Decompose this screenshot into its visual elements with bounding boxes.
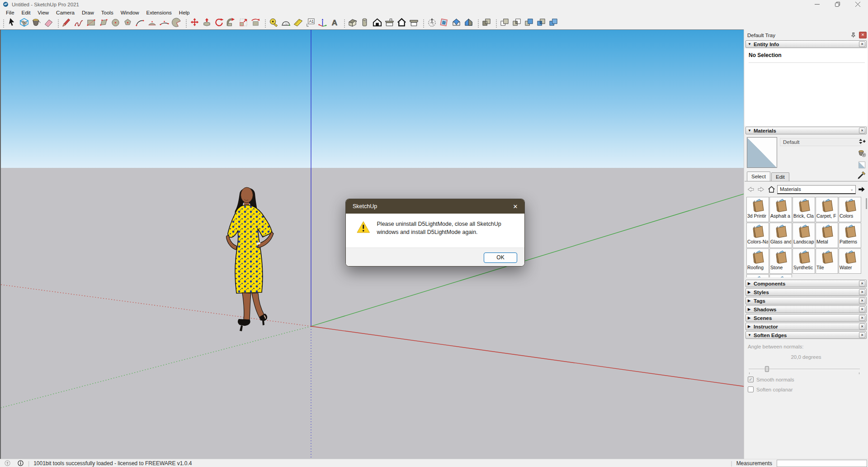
close-button[interactable] xyxy=(848,0,868,9)
tool-eraser[interactable] xyxy=(42,17,55,29)
section-close-icon[interactable]: ✕ xyxy=(859,332,865,338)
toolbar-grip[interactable] xyxy=(264,19,266,28)
tool-rectangle[interactable] xyxy=(85,17,97,29)
material-category[interactable]: Synthetic xyxy=(793,248,815,274)
section-close-icon[interactable]: ✕ xyxy=(859,324,865,329)
measurements-input[interactable] xyxy=(777,460,867,467)
tool-axes[interactable] xyxy=(316,17,329,29)
section-close-icon[interactable]: ✕ xyxy=(859,289,865,295)
tool-house-front[interactable] xyxy=(371,17,383,29)
section-close-icon[interactable]: ✕ xyxy=(859,315,865,321)
section-scenes[interactable]: ▶Scenes✕ xyxy=(745,314,867,322)
material-category[interactable]: Water xyxy=(839,248,861,274)
tool-house-3d[interactable] xyxy=(347,17,359,29)
slider-thumb[interactable] xyxy=(765,366,769,372)
tool-paint-bucket[interactable] xyxy=(30,17,42,29)
section-soften-edges[interactable]: ▼ Soften Edges ✕ xyxy=(745,331,867,339)
tool-solid-subtract[interactable] xyxy=(511,17,523,29)
tool-scale[interactable] xyxy=(237,17,250,29)
tool-flat-roof[interactable] xyxy=(383,17,396,29)
tool-house-outline[interactable] xyxy=(396,17,408,29)
tool-two-point-arc[interactable] xyxy=(146,17,158,29)
secondary-pane-icon[interactable] xyxy=(858,137,866,146)
menu-help[interactable]: Help xyxy=(175,10,193,16)
tool-freehand[interactable] xyxy=(73,17,85,29)
forward-icon[interactable] xyxy=(756,185,766,194)
section-entity-info[interactable]: ▼ Entity Info ✕ xyxy=(745,40,867,48)
toolbar-grip[interactable] xyxy=(185,19,187,28)
tool-dimension[interactable] xyxy=(292,17,304,29)
material-preview[interactable] xyxy=(747,137,777,168)
menu-tools[interactable]: Tools xyxy=(98,10,117,16)
material-category[interactable]: Brick, Cla xyxy=(793,197,815,222)
tool-section-cuts[interactable] xyxy=(450,17,462,29)
material-name-field[interactable]: Default xyxy=(780,138,861,146)
tool-push-pull[interactable] xyxy=(201,17,213,29)
create-material-icon[interactable] xyxy=(858,149,866,157)
toolbar-grip[interactable] xyxy=(343,19,345,28)
menu-edit[interactable]: Edit xyxy=(18,10,34,16)
section-close-icon[interactable]: ✕ xyxy=(859,128,865,133)
tool-solar-north[interactable] xyxy=(426,17,438,29)
back-icon[interactable] xyxy=(746,185,755,194)
grid-scrollbar[interactable] xyxy=(866,198,867,209)
info-icon[interactable] xyxy=(17,460,24,467)
material-category[interactable]: Colors xyxy=(839,197,861,222)
tool-text[interactable]: A1 xyxy=(304,17,316,29)
dialog-titlebar[interactable]: SketchUp ✕ xyxy=(346,199,524,214)
material-category[interactable]: Patterns xyxy=(839,223,861,248)
angle-slider[interactable] xyxy=(749,366,863,372)
tool-3d-text[interactable]: A xyxy=(329,17,341,29)
section-tags[interactable]: ▶Tags✕ xyxy=(745,297,867,305)
tab-edit[interactable]: Edit xyxy=(771,172,789,181)
toolbar-grip[interactable] xyxy=(57,19,59,28)
tool-arc[interactable] xyxy=(134,17,146,29)
ok-button[interactable]: OK xyxy=(484,253,517,263)
menu-window[interactable]: Window xyxy=(117,10,143,16)
tool-offset[interactable] xyxy=(250,17,262,29)
material-category[interactable]: Roofing xyxy=(746,248,769,274)
details-arrow-icon[interactable] xyxy=(857,185,866,194)
pin-icon[interactable] xyxy=(849,32,857,38)
tool-line[interactable] xyxy=(61,17,73,29)
toolbar-grip[interactable] xyxy=(477,19,479,28)
tool-move[interactable] xyxy=(189,17,201,29)
smooth-normals-checkbox[interactable]: ✓ xyxy=(748,376,754,382)
tool-select[interactable] xyxy=(6,17,18,29)
material-category[interactable]: Metal xyxy=(816,223,838,248)
material-category[interactable] xyxy=(769,274,792,277)
tool-make-component[interactable] xyxy=(18,17,30,29)
tool-pie[interactable] xyxy=(170,17,183,29)
material-category[interactable]: Stone xyxy=(769,248,792,274)
material-category[interactable]: Carpet, F xyxy=(816,197,838,222)
material-category[interactable]: Colors-Na xyxy=(746,223,769,248)
material-category[interactable]: 3d Printir xyxy=(746,197,769,222)
section-styles[interactable]: ▶Styles✕ xyxy=(745,288,867,296)
tool-section-fill[interactable] xyxy=(462,17,475,29)
tool-three-point-arc[interactable] xyxy=(158,17,170,29)
menu-camera[interactable]: Camera xyxy=(52,10,78,16)
tool-solid-split[interactable] xyxy=(547,17,560,29)
materials-collection-dropdown[interactable]: Materials ⌄ xyxy=(777,185,856,194)
tool-protractor[interactable] xyxy=(280,17,292,29)
section-close-icon[interactable]: ✕ xyxy=(859,281,865,286)
sample-paint-icon[interactable] xyxy=(857,171,866,180)
menu-extensions[interactable]: Extensions xyxy=(143,10,175,16)
toolbar-grip[interactable] xyxy=(495,19,497,28)
menu-file[interactable]: File xyxy=(2,10,18,16)
material-category[interactable]: Glass and xyxy=(769,223,792,248)
tab-select[interactable]: Select xyxy=(747,172,770,181)
tool-rotated-rectangle[interactable] xyxy=(97,17,109,29)
tray-close-icon[interactable]: ✕ xyxy=(859,32,867,38)
restore-button[interactable] xyxy=(827,0,848,9)
dialog-close-icon[interactable]: ✕ xyxy=(506,199,524,214)
material-category[interactable]: Landscap xyxy=(793,223,815,248)
material-category[interactable]: Asphalt a xyxy=(769,197,792,222)
section-materials[interactable]: ▼ Materials ✕ xyxy=(745,127,867,134)
tool-cylinder-tool[interactable] xyxy=(359,17,371,29)
tool-follow-me[interactable] xyxy=(225,17,237,29)
tool-section-plane[interactable] xyxy=(438,17,450,29)
section-close-icon[interactable]: ✕ xyxy=(859,41,865,47)
tool-polygon[interactable] xyxy=(122,17,134,29)
geolocation-icon[interactable] xyxy=(4,460,11,467)
